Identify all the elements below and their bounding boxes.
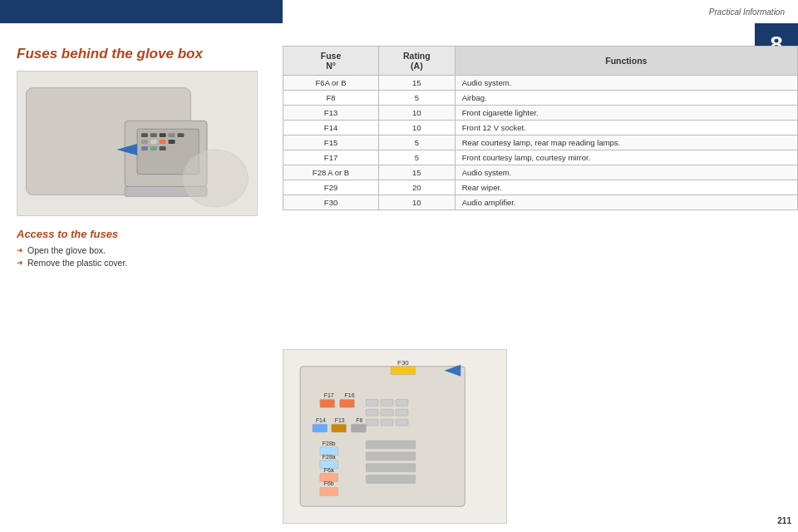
svg-rect-10 <box>150 140 157 144</box>
fuse-box-image <box>17 71 258 216</box>
table-row: F2920Rear wiper. <box>283 180 798 195</box>
svg-rect-9 <box>141 140 148 144</box>
svg-text:F30: F30 <box>397 359 409 367</box>
header-section-label: Practical Information <box>283 0 798 23</box>
svg-rect-27 <box>340 399 355 407</box>
fuse-number-cell: F17 <box>283 150 379 165</box>
access-title: Access to the fuses <box>17 228 274 240</box>
fuse-function-cell: Front cigarette lighter. <box>455 106 797 121</box>
table-row: F3010Audio amplifier. <box>283 195 798 210</box>
col-fuse-header: FuseN° <box>283 47 379 76</box>
access-item-2-text: Remove the plastic cover. <box>27 258 127 268</box>
fuse-rating-cell: 10 <box>379 121 456 135</box>
svg-rect-46 <box>381 409 393 416</box>
svg-rect-22 <box>391 367 416 375</box>
svg-rect-12 <box>169 140 175 144</box>
fuse-function-cell: Audio amplifier. <box>455 195 797 210</box>
top-bar-blue <box>0 0 283 23</box>
fuse-number-cell: F8 <box>283 91 379 106</box>
fuse-function-cell: Rear courtesy lamp, rear map reading lam… <box>455 135 797 150</box>
svg-text:F6a: F6a <box>324 467 334 473</box>
fuse-number-cell: F14 <box>283 121 379 135</box>
fuse-function-cell: Airbag. <box>455 91 797 106</box>
fuse-rating-cell: 10 <box>379 106 456 121</box>
table-row: F85Airbag. <box>283 91 798 106</box>
svg-rect-5 <box>150 133 157 137</box>
svg-rect-43 <box>381 399 393 406</box>
svg-rect-49 <box>381 419 393 426</box>
left-column: Fuses behind the glove box <box>17 46 274 270</box>
fuse-function-cell: Front 12 V socket. <box>455 121 797 135</box>
svg-rect-45 <box>366 409 378 416</box>
fuse-rating-cell: 15 <box>379 76 456 91</box>
svg-rect-31 <box>313 424 328 432</box>
access-item-1-text: Open the glove box. <box>27 245 106 255</box>
section-label: Practical Information <box>709 7 785 17</box>
fuse-function-cell: Audio system. <box>455 76 797 91</box>
svg-rect-42 <box>366 399 378 406</box>
fuse-rating-cell: 5 <box>379 135 456 150</box>
section-title: Fuses behind the glove box <box>17 46 274 62</box>
fuse-number-cell: F30 <box>283 195 379 210</box>
svg-text:F13: F13 <box>335 417 345 423</box>
svg-rect-32 <box>332 424 347 432</box>
svg-rect-41 <box>320 487 338 495</box>
svg-rect-50 <box>396 419 408 426</box>
bottom-fuse-diagram: F30 F17 F16 F14 F13 F8 F28b F28a F6a F6b <box>283 349 507 524</box>
fuse-number-cell: F13 <box>283 106 379 121</box>
svg-rect-26 <box>320 399 335 407</box>
access-item-2: Remove the plastic cover. <box>17 258 274 268</box>
fuse-rating-cell: 10 <box>379 195 456 210</box>
fuse-box-svg <box>17 71 257 215</box>
table-row: F155Rear courtesy lamp, rear map reading… <box>283 135 798 150</box>
fuse-rating-cell: 5 <box>379 150 456 165</box>
svg-rect-14 <box>150 146 157 150</box>
access-list: Open the glove box. Remove the plastic c… <box>17 245 274 268</box>
svg-text:F8: F8 <box>356 417 362 423</box>
svg-rect-51 <box>366 441 415 449</box>
fuse-number-cell: F29 <box>283 180 379 195</box>
fuse-number-cell: F6A or B <box>283 76 379 91</box>
svg-rect-6 <box>160 133 166 137</box>
page-number: 211 <box>777 516 791 525</box>
col-functions-header: Functions <box>455 47 797 76</box>
svg-rect-48 <box>366 419 378 426</box>
table-row: F28 A or B15Audio system. <box>283 165 798 180</box>
svg-rect-33 <box>352 424 367 432</box>
svg-point-18 <box>182 150 248 207</box>
svg-rect-4 <box>141 133 148 137</box>
fuse-number-cell: F15 <box>283 135 379 150</box>
svg-text:F17: F17 <box>324 392 334 398</box>
svg-rect-53 <box>366 464 415 472</box>
fuse-rating-cell: 20 <box>379 180 456 195</box>
svg-rect-52 <box>366 452 415 461</box>
fuse-function-cell: Audio system. <box>455 165 797 180</box>
fuse-function-cell: Front courtesy lamp, courtesy mirror. <box>455 150 797 165</box>
top-bar: Practical Information <box>0 0 798 23</box>
fuse-table-container: FuseN° Rating(A) Functions F6A or B15Aud… <box>283 46 798 341</box>
svg-text:F14: F14 <box>316 417 326 423</box>
fuse-rating-cell: 5 <box>379 91 456 106</box>
fuse-table: FuseN° Rating(A) Functions F6A or B15Aud… <box>283 46 798 210</box>
col-rating-header: Rating(A) <box>379 47 456 76</box>
svg-text:F6b: F6b <box>324 480 334 486</box>
svg-rect-8 <box>177 133 184 137</box>
access-item-1: Open the glove box. <box>17 245 274 255</box>
svg-text:F16: F16 <box>345 392 355 398</box>
svg-text:F28a: F28a <box>323 454 336 460</box>
svg-text:F28b: F28b <box>323 441 336 446</box>
table-row: F175Front courtesy lamp, courtesy mirror… <box>283 150 798 165</box>
svg-rect-15 <box>160 146 166 150</box>
svg-rect-13 <box>141 146 148 150</box>
svg-rect-47 <box>396 409 408 416</box>
fuse-rating-cell: 15 <box>379 165 456 180</box>
table-row: F6A or B15Audio system. <box>283 76 798 91</box>
svg-rect-7 <box>169 133 175 137</box>
table-row: F1410Front 12 V socket. <box>283 121 798 135</box>
fuse-diagram-svg: F30 F17 F16 F14 F13 F8 F28b F28a F6a F6b <box>283 350 506 523</box>
fuse-function-cell: Rear wiper. <box>455 180 797 195</box>
svg-rect-44 <box>396 399 408 406</box>
svg-rect-54 <box>366 475 415 484</box>
fuse-number-cell: F28 A or B <box>283 165 379 180</box>
table-row: F1310Front cigarette lighter. <box>283 106 798 121</box>
